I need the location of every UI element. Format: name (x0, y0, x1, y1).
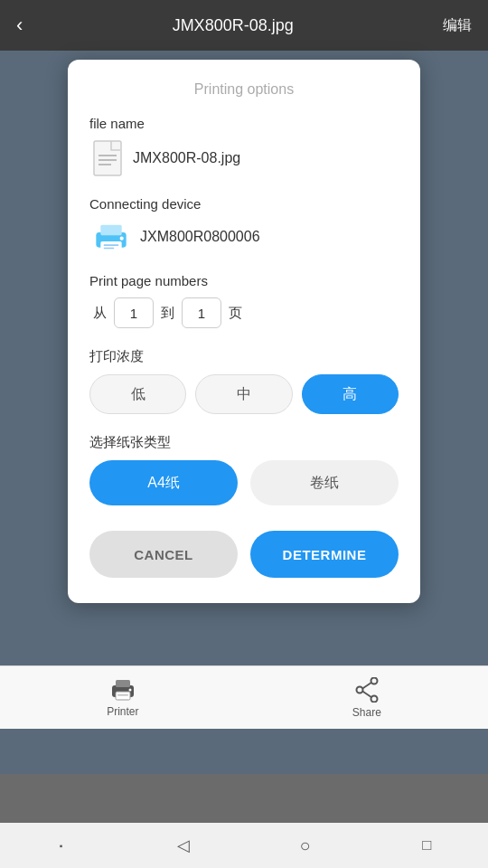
printing-options-dialog: Printing options file name JMX800R-08.jp… (68, 60, 420, 603)
page-suffix: 页 (229, 305, 242, 322)
file-name-row: JMX800R-08.jpg (89, 140, 399, 176)
svg-point-15 (371, 677, 377, 684)
svg-rect-0 (94, 141, 121, 175)
page-from-input[interactable] (114, 297, 154, 328)
svg-line-18 (362, 683, 371, 689)
dialog-title: Printing options (89, 81, 399, 98)
printer-toolbar-icon (110, 678, 136, 702)
background-area: Printing options file name JMX800R-08.jp… (0, 51, 488, 774)
density-row: 低 中 高 (89, 374, 399, 414)
nav-back-icon[interactable]: ◁ (173, 835, 194, 856)
page-to-prefix: 到 (161, 305, 174, 322)
paper-type-label: 选择纸张类型 (89, 434, 399, 451)
page-to-input[interactable] (182, 297, 221, 328)
determine-button[interactable]: DETERMINE (250, 531, 399, 578)
page-from-prefix: 从 (93, 305, 107, 322)
svg-rect-5 (100, 225, 121, 236)
device-row: JXM800R0800006 (89, 221, 399, 253)
printer-toolbar-item[interactable]: Printer (107, 678, 138, 718)
file-name-label: file name (89, 116, 399, 131)
page-numbers-label: Print page numbers (89, 273, 399, 288)
bottom-toolbar: Printer Share (0, 665, 488, 729)
svg-rect-8 (104, 248, 115, 250)
svg-rect-13 (117, 694, 128, 696)
file-icon (93, 140, 122, 176)
action-buttons-row: CANCEL DETERMINE (89, 531, 399, 578)
paper-roll-button[interactable]: 卷纸 (250, 460, 399, 505)
printer-toolbar-label: Printer (107, 705, 138, 718)
share-toolbar-label: Share (352, 706, 381, 719)
cancel-button[interactable]: CANCEL (89, 531, 238, 578)
device-label: Connecting device (89, 196, 399, 212)
svg-point-16 (356, 686, 362, 693)
paper-a4-button[interactable]: A4纸 (89, 460, 238, 505)
svg-rect-7 (104, 244, 119, 246)
density-label: 打印浓度 (89, 348, 399, 365)
density-low-button[interactable]: 低 (89, 374, 186, 414)
share-toolbar-item[interactable]: Share (352, 677, 381, 719)
page-numbers-row: 从 到 页 (89, 297, 399, 328)
nav-square-icon: ▪ (51, 835, 72, 856)
nav-recent-icon[interactable]: □ (417, 835, 438, 856)
svg-point-14 (128, 688, 131, 691)
paper-type-row: A4纸 卷纸 (89, 460, 399, 505)
svg-point-9 (120, 237, 124, 241)
back-button[interactable]: ‹ (16, 14, 23, 37)
svg-point-17 (371, 695, 377, 702)
density-high-button[interactable]: 高 (302, 374, 399, 414)
printer-icon (93, 221, 129, 253)
nav-bar: ▪ ◁ ○ □ (0, 823, 488, 868)
nav-home-icon[interactable]: ○ (295, 835, 316, 856)
file-name-value: JMX800R-08.jpg (133, 150, 240, 166)
top-bar: ‹ JMX800R-08.jpg 编辑 (0, 0, 488, 51)
device-name-value: JXM800R0800006 (140, 229, 260, 245)
density-mid-button[interactable]: 中 (195, 374, 292, 414)
svg-rect-11 (116, 680, 130, 687)
svg-line-19 (362, 691, 371, 697)
page-title: JMX800R-08.jpg (173, 16, 294, 35)
share-toolbar-icon (355, 677, 379, 703)
edit-button[interactable]: 编辑 (443, 16, 472, 35)
